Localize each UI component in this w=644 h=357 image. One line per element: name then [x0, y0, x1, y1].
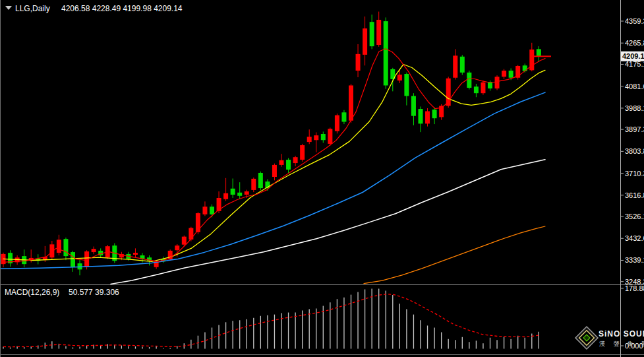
candle-body	[335, 115, 339, 131]
candle-body	[307, 137, 312, 142]
price-tick-label: 4175.10	[625, 60, 644, 68]
candle-body	[523, 65, 527, 71]
price-tick-label: 3988.10	[625, 104, 644, 112]
macd-tick-label: 178.886	[625, 284, 644, 292]
candle-body	[258, 173, 263, 188]
price-tick-label: 4081.60	[625, 82, 644, 90]
candle-body	[370, 22, 374, 46]
candle-body	[397, 75, 402, 81]
mt4-chart-window: 4359.354265.854175.104081.603988.103897.…	[0, 0, 644, 357]
ohlc-values-label: 4206.58 4228.49 4199.98 4209.14	[61, 4, 183, 13]
candle-body	[272, 165, 277, 177]
candle-body	[279, 160, 284, 165]
candle-body	[63, 239, 68, 256]
candle-body	[314, 135, 318, 140]
main-price-pane[interactable]	[0, 12, 551, 284]
candle-body	[57, 240, 61, 253]
ma-red-line	[3, 49, 545, 263]
price-tick-label: 3526.10	[625, 212, 644, 220]
candle-body	[328, 129, 332, 144]
candle-body	[453, 55, 457, 77]
candle-body	[502, 71, 506, 77]
ma-white-line	[111, 160, 545, 284]
candle-body	[251, 179, 256, 190]
macd-pane[interactable]	[3, 288, 539, 348]
candle-body	[376, 20, 381, 45]
candle-body	[341, 112, 346, 121]
candle-body	[488, 82, 492, 88]
candle-body	[495, 77, 500, 88]
candle-body	[419, 109, 423, 123]
price-tick-label: 3616.85	[625, 191, 644, 199]
price-tick-label: 3432.60	[625, 234, 644, 242]
candle-body	[168, 251, 173, 259]
candle-body	[223, 193, 228, 199]
symbol-timeframe-label: LLG,Daily	[15, 4, 50, 13]
candle-body	[196, 213, 200, 232]
price-tick-label: 4359.35	[625, 17, 644, 25]
sino-sound-logo: SiNO SOUND 漢 聲 集 團	[575, 327, 644, 349]
candle-body	[231, 189, 235, 195]
candle-body	[404, 74, 409, 96]
candle-body	[133, 253, 138, 255]
candle-body	[189, 228, 193, 239]
candle-body	[237, 193, 242, 196]
candle-body	[321, 134, 326, 140]
diamond-logo-icon	[575, 327, 598, 349]
macd-indicator-label: MACD(12,26,9)	[5, 288, 59, 297]
candle-body	[432, 110, 437, 118]
price-tick-label: 3710.35	[625, 170, 644, 178]
price-tick-label: 4265.85	[625, 39, 644, 47]
candle-body	[210, 207, 214, 214]
price-tick-label: 3897.35	[625, 125, 644, 133]
candle-body	[460, 57, 465, 73]
logo-text-cn: 漢 聲 集 團	[599, 341, 644, 347]
logo-text-en: SiNO SOUND	[599, 329, 644, 339]
candle-body	[425, 112, 430, 124]
candle-body	[467, 73, 471, 88]
candle-body	[363, 28, 367, 55]
candle-body	[509, 71, 513, 78]
macd-signal-line	[3, 294, 539, 347]
chevron-down-icon[interactable]	[5, 6, 12, 10]
candle-body	[356, 54, 361, 71]
price-axis[interactable]: 4359.354265.854175.104081.603988.103897.…	[621, 0, 644, 357]
candle-body	[293, 157, 298, 163]
candle-body	[245, 191, 249, 195]
candle-body	[481, 82, 485, 93]
candle-body	[411, 96, 416, 115]
candle-body	[175, 245, 179, 250]
candle-body	[349, 85, 353, 120]
candle-body	[71, 252, 75, 267]
price-tick-label: 3803.85	[625, 147, 644, 155]
candle-body	[537, 49, 541, 56]
candle-body	[384, 21, 388, 85]
macd-values-label: 50.577 39.306	[69, 288, 119, 297]
last-price-badge-text: 4209.14	[622, 52, 644, 60]
candle-body	[92, 249, 96, 252]
ma-orange-line	[364, 226, 545, 284]
candle-body	[300, 145, 305, 160]
candle-body	[286, 160, 291, 170]
ma-yellow-line	[3, 65, 545, 262]
candle-body	[202, 207, 207, 214]
price-tick-label: 3339.10	[625, 256, 644, 264]
candle-body	[474, 86, 479, 93]
chart-canvas: 4359.354265.854175.104081.603988.103897.…	[0, 0, 644, 357]
ma-blue-line	[0, 92, 545, 269]
candle-body	[182, 237, 187, 245]
